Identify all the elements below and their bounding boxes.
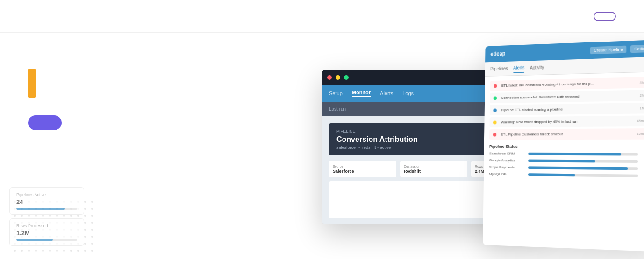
ss-nav-logs: Logs (402, 91, 414, 96)
ss2-progress-ga: Google Analytics 62% (489, 158, 644, 163)
ss2-row-warn1: Warning: Row count dropped by 45% in las… (489, 115, 644, 127)
ss2-actions: Create Pipeline Settings (590, 44, 644, 54)
ss-nav-setup: Setup (329, 91, 343, 96)
ss2-section-title: Pipeline Status (489, 144, 644, 149)
screenshot-second: etleap Create Pipeline Settings Pipeline… (483, 40, 644, 252)
site-header (0, 0, 644, 33)
ss2-settings: Settings (630, 44, 644, 53)
ss2-row-success1: Connection successful: Salesforce auth r… (490, 90, 644, 103)
side-card-rows: Rows Processed 1.2M (9, 218, 84, 246)
ss2-tab-activity: Activity (530, 63, 544, 72)
ss2-content: ETL failed: null constraint violating 4 … (484, 72, 644, 186)
hero-section: const dotsGrid = document.querySelector(… (0, 33, 644, 259)
ss2-row-alert2: ETL Pipeline Customers failed: timeout 1… (489, 128, 644, 140)
ss2-row-alert1: ETL failed: null constraint violating 4 … (490, 77, 644, 91)
hero-cta-button[interactable] (28, 115, 62, 130)
ss2-row-info1: Pipeline ETL started running a pipeline … (490, 103, 644, 116)
hero-content (28, 70, 318, 130)
side-cards: Pipelines Active 24 Rows Processed 1.2M (0, 187, 93, 250)
ss2-progress-stripe: Stripe Payments 91% (489, 165, 644, 171)
ss2-tab-pipelines: Pipelines (490, 64, 508, 73)
window-close-dot (327, 75, 332, 80)
alert-dot-2 (493, 133, 497, 136)
info-dot (493, 108, 497, 112)
ss2-progress-salesforce: Salesforce CRM 85% (489, 152, 644, 156)
window-minimize-dot (336, 75, 340, 80)
ss-nav-alerts: Alerts (380, 91, 393, 96)
hero-screenshots: Setup Monitor Alerts Logs Last run 10m a… (293, 42, 644, 259)
ss2-tab-alerts: Alerts (513, 63, 524, 73)
warning-dot (493, 120, 497, 124)
ss2-logo: etleap (490, 50, 505, 57)
ss-nav-monitor: Monitor (352, 90, 371, 97)
hero-title-highlighted (28, 69, 36, 98)
ss2-progress-mysql: MySQL DB 44% (489, 172, 644, 178)
nav-actions (584, 12, 616, 21)
ss2-create-pipeline: Create Pipeline (590, 46, 626, 55)
success-dot (494, 96, 497, 100)
side-card-pipelines: Pipelines Active 24 (9, 187, 84, 215)
alert-dot (494, 84, 497, 88)
hero-title (28, 70, 318, 97)
request-demo-button[interactable] (594, 12, 616, 21)
window-maximize-dot (344, 75, 349, 80)
